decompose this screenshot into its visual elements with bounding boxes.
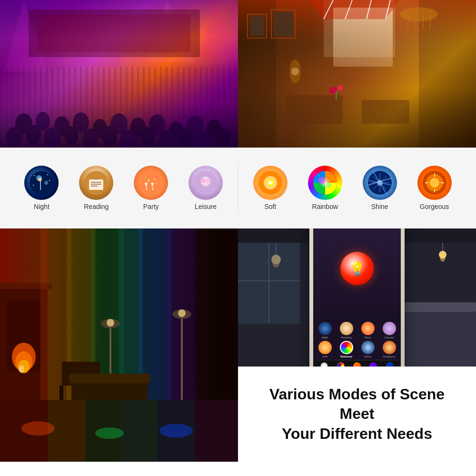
svg-point-58 <box>34 175 35 176</box>
svg-point-150 <box>440 252 446 262</box>
shine-label: Shine <box>371 203 388 210</box>
scene-item-reading[interactable]: Reading <box>72 166 120 210</box>
phone-reading-icon <box>340 322 353 335</box>
scene-item-rainbow[interactable]: Rainbow <box>301 166 349 210</box>
svg-point-137 <box>95 427 124 439</box>
phone-leisure-label: Leisure <box>385 336 394 339</box>
svg-rect-63 <box>89 179 103 190</box>
party-photo <box>0 0 238 148</box>
leisure-label: Leisure <box>195 203 217 210</box>
svg-rect-140 <box>69 374 150 383</box>
svg-point-18 <box>140 127 155 146</box>
phone-night[interactable]: Night <box>315 322 335 339</box>
night-icon <box>24 166 59 200</box>
scene-item-night[interactable]: Night <box>18 166 65 210</box>
bottom-section: 16:31 ⏰ 📶 63 ← Light ✎ <box>0 228 476 462</box>
svg-rect-38 <box>419 0 476 148</box>
bulb-icon: 💡 <box>349 261 366 277</box>
tab-scene-icon <box>353 362 361 367</box>
svg-point-55 <box>44 181 48 185</box>
phone-gorgeous[interactable]: Gorgeous <box>379 341 399 358</box>
tab-white[interactable]: White <box>316 362 332 367</box>
tab-music[interactable]: Music <box>365 362 381 367</box>
svg-rect-68 <box>146 188 147 190</box>
svg-point-71 <box>154 179 156 180</box>
svg-rect-126 <box>195 400 238 462</box>
party-label: Party <box>143 203 159 210</box>
tab-schedule-icon <box>386 362 394 367</box>
shine-icon <box>363 166 397 200</box>
svg-point-59 <box>47 174 48 175</box>
phone-gorgeous-icon <box>383 341 396 354</box>
phone-tab-bar: White Color Scene <box>315 360 399 367</box>
scene-item-soft[interactable]: Soft <box>247 166 294 210</box>
svg-point-13 <box>44 128 61 148</box>
svg-rect-47 <box>250 17 264 36</box>
svg-rect-49 <box>274 12 293 36</box>
scene-item-shine[interactable]: Shine <box>356 166 404 210</box>
phone-scene-grid: Night Reading Party <box>313 319 401 367</box>
svg-point-57 <box>38 178 42 181</box>
svg-point-20 <box>178 128 193 148</box>
tab-schedule[interactable]: Schedule <box>382 362 398 367</box>
tab-color[interactable]: Color <box>332 362 348 367</box>
phone-party[interactable]: Party <box>358 322 377 339</box>
phone-soft-icon <box>318 341 332 354</box>
svg-point-39 <box>400 7 438 21</box>
phone-scene-row1: Night Reading Party <box>315 322 399 339</box>
reading-icon <box>79 166 113 200</box>
svg-point-12 <box>26 125 41 145</box>
phone-leisure[interactable]: Leisure <box>379 322 399 339</box>
main-grid: Night Reading <box>0 0 476 476</box>
soft-label: Soft <box>264 203 276 210</box>
svg-point-51 <box>337 85 343 91</box>
svg-point-22 <box>217 129 231 148</box>
phone-shine[interactable]: Shine <box>358 341 377 358</box>
svg-marker-26 <box>200 0 238 57</box>
svg-rect-56 <box>40 180 41 190</box>
phone-night-icon <box>318 322 332 335</box>
svg-point-138 <box>159 424 193 438</box>
svg-point-61 <box>33 185 34 186</box>
svg-point-83 <box>268 181 272 185</box>
svg-point-16 <box>102 126 117 146</box>
svg-point-136 <box>21 421 55 436</box>
restaurant-photo <box>238 0 476 148</box>
phone-rainbow[interactable]: Rainbow <box>337 341 356 358</box>
gorgeous-label: Gorgeous <box>420 203 449 210</box>
leisure-icon <box>188 166 223 200</box>
scene-item-party[interactable]: Party <box>127 166 175 210</box>
phone-soft[interactable]: Soft <box>315 341 335 358</box>
phone-rainbow-label: Rainbow <box>340 355 352 358</box>
svg-rect-36 <box>362 100 409 124</box>
svg-point-72 <box>156 182 157 183</box>
tab-color-icon <box>337 362 345 367</box>
svg-point-70 <box>148 179 149 181</box>
svg-rect-28 <box>38 14 190 52</box>
phone-reading[interactable]: Reading <box>337 322 356 339</box>
rainbow-label: Rainbow <box>312 203 338 210</box>
svg-rect-69 <box>152 188 153 190</box>
svg-point-132 <box>107 319 114 327</box>
phone-screen: 16:31 ⏰ 📶 63 ← Light ✎ <box>313 228 401 367</box>
colorful-room-photo <box>0 228 238 462</box>
tab-music-icon <box>369 362 377 367</box>
scene-item-leisure[interactable]: Leisure <box>182 166 229 210</box>
phone-shine-label: Shine <box>364 355 371 358</box>
bulb-button[interactable]: 💡 <box>340 252 374 285</box>
headline-text: Various Modes of Scene Meet <box>269 386 445 423</box>
svg-rect-128 <box>60 386 63 400</box>
svg-rect-133 <box>181 314 183 400</box>
scene-icons-row: Night Reading <box>0 148 476 228</box>
tab-white-icon <box>320 362 328 367</box>
phone-main-content: 💡 <box>313 228 401 319</box>
rainbow-icon <box>308 166 342 200</box>
reading-label: Reading <box>84 203 109 210</box>
night-label: Night <box>34 203 50 210</box>
phone-scene-row2: Soft Rainbow Shine <box>315 341 399 358</box>
scene-item-gorgeous[interactable]: Gorgeous <box>411 166 458 210</box>
phone-night-label: Night <box>321 336 328 339</box>
tab-scene[interactable]: Scene <box>349 362 365 367</box>
left-scenes: Night Reading <box>10 166 238 210</box>
svg-point-98 <box>377 180 383 186</box>
